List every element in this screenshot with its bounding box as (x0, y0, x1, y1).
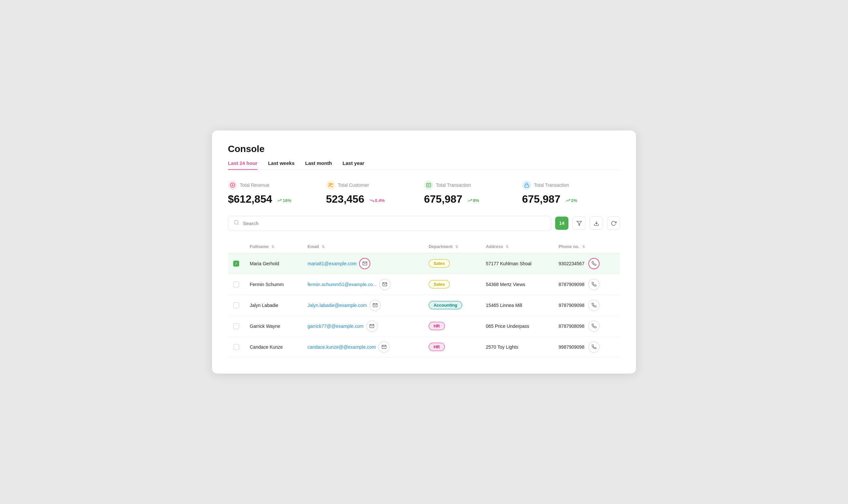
row-fullname: Maria Gerhold (245, 253, 302, 274)
dept-badge: HR (429, 322, 445, 330)
sort-fullname-icon[interactable]: ⇅ (271, 245, 274, 249)
dept-badge: Sales (429, 259, 450, 268)
table-row[interactable]: ✓Maria Gerholdmaria81@example.comSales57… (228, 253, 620, 274)
badge-count: 14 (555, 217, 568, 230)
row-email-cell: fermin.schumm51@example.co... (302, 274, 423, 295)
checkbox-cell (228, 274, 245, 295)
download-button[interactable] (590, 217, 603, 230)
phone-icon-button[interactable] (588, 341, 600, 353)
phone-icon-button[interactable] (588, 279, 600, 290)
email-icon-button[interactable] (366, 321, 378, 332)
data-table: Fullname ⇅ Email ⇅ Department ⇅ Address … (228, 240, 620, 358)
email-icon-button[interactable] (359, 258, 370, 269)
table-row[interactable]: Fermin Schummfermin.schumm51@example.co.… (228, 274, 620, 295)
refresh-button[interactable] (607, 217, 620, 230)
row-address: 2570 Toy Lights (481, 337, 553, 357)
svg-rect-5 (427, 183, 431, 187)
row-department: Sales (423, 253, 481, 274)
row-address: 065 Price Underpass (481, 316, 553, 337)
row-email-link[interactable]: fermin.schumm51@example.co... (307, 282, 377, 287)
col-address: Address ⇅ (481, 240, 553, 253)
row-fullname: Jalyn Labadie (245, 295, 302, 316)
revenue-bottom: $612,854 16% (228, 193, 318, 205)
row-phone-cell: 9787909098 (553, 295, 620, 316)
sort-email-icon[interactable]: ⇅ (322, 245, 325, 249)
row-email-link[interactable]: maria81@example.com (307, 261, 356, 266)
row-phone-number: 9787909098 (559, 303, 584, 308)
row-email-link[interactable]: candace.kunze@@example.com (307, 344, 376, 350)
row-email-link[interactable]: garrick77@@example.com (307, 324, 364, 329)
transaction2-icon (522, 180, 531, 190)
customer-change: 0.4% (370, 198, 385, 203)
row-checkbox[interactable] (233, 282, 239, 287)
row-department: HR (423, 337, 481, 357)
search-box[interactable] (228, 216, 551, 231)
row-phone-cell: 8787909098 (553, 274, 620, 295)
dept-badge: HR (429, 343, 445, 351)
dept-badge: Accounting (429, 301, 462, 309)
col-phone: Phone no. ⇅ (553, 240, 620, 253)
row-checkbox[interactable] (233, 302, 239, 308)
metric-total-revenue: Total Revenue $612,854 16% (228, 180, 326, 205)
email-icon-button[interactable] (379, 279, 391, 290)
table-row[interactable]: Candace Kunzecandace.kunze@@example.comH… (228, 337, 620, 357)
row-phone-number: 8787909098 (559, 282, 584, 287)
transaction2-change: 2% (566, 198, 577, 203)
metric-header-revenue: Total Revenue (228, 180, 318, 190)
tab-lastyear[interactable]: Last year (342, 160, 364, 170)
table-row[interactable]: Garrick Waynegarrick77@@example.comHR065… (228, 316, 620, 337)
customer-label: Total Customer (338, 182, 369, 188)
svg-point-9 (234, 220, 238, 224)
col-checkbox (228, 240, 245, 253)
row-phone-number: 8787908098 (559, 324, 584, 329)
row-address: 57177 Kuhlman Shoal (481, 253, 553, 274)
phone-icon-button[interactable] (588, 300, 600, 311)
phone-icon-button[interactable] (588, 321, 600, 332)
tab-lastweeks[interactable]: Last weeks (268, 160, 295, 170)
transaction1-change: 8% (468, 198, 479, 203)
row-department: Sales (423, 274, 481, 295)
row-address: 54368 Mertz Views (481, 274, 553, 295)
email-icon-button[interactable] (369, 300, 381, 311)
metric-header-transaction1: Total Transaction (424, 180, 514, 190)
row-checkbox[interactable]: ✓ (233, 260, 239, 267)
svg-point-4 (332, 183, 333, 184)
transaction2-bottom: 675,987 2% (522, 193, 612, 205)
metric-header-transaction2: Total Transaction (522, 180, 612, 190)
row-email-link[interactable]: Jalyn.labadie@example.com (307, 303, 367, 308)
row-phone-cell: 9987909098 (553, 337, 620, 357)
col-fullname: Fullname ⇅ (245, 240, 302, 253)
metrics-row: Total Revenue $612,854 16% Total Custome… (228, 180, 620, 205)
svg-rect-8 (525, 185, 529, 187)
row-checkbox[interactable] (233, 323, 239, 329)
transaction1-bottom: 675,987 8% (424, 193, 514, 205)
row-checkbox[interactable] (233, 344, 239, 350)
tab-last24h[interactable]: Last 24 hour (228, 160, 258, 170)
checkbox-cell: ✓ (228, 253, 245, 274)
metric-total-transaction-1: Total Transaction 675,987 8% (424, 180, 522, 205)
search-row: 14 (228, 216, 620, 231)
main-card: Console Last 24 hour Last weeks Last mon… (212, 130, 636, 374)
page-title: Console (228, 144, 620, 154)
metric-header-customer: Total Customer (326, 180, 416, 190)
row-department: HR (423, 316, 481, 337)
search-input[interactable] (243, 220, 546, 226)
checkbox-cell (228, 295, 245, 316)
phone-icon-button[interactable] (588, 258, 600, 269)
sort-dept-icon[interactable]: ⇅ (455, 245, 458, 249)
row-email-cell: garrick77@@example.com (302, 316, 423, 337)
row-department: Accounting (423, 295, 481, 316)
email-icon-button[interactable] (378, 341, 390, 353)
table-row[interactable]: Jalyn LabadieJalyn.labadie@example.comAc… (228, 295, 620, 316)
dept-badge: Sales (429, 280, 450, 288)
sort-address-icon[interactable]: ⇅ (506, 245, 509, 249)
row-phone-number: 9302234567 (559, 261, 584, 266)
row-email-cell: Jalyn.labadie@example.com (302, 295, 423, 316)
search-icon (233, 219, 240, 227)
tab-lastmonth[interactable]: Last month (305, 160, 332, 170)
sort-phone-icon[interactable]: ⇅ (582, 245, 585, 249)
filter-button[interactable] (572, 217, 586, 230)
revenue-value: $612,854 (228, 193, 272, 205)
row-phone-number: 9987909098 (559, 344, 584, 350)
row-email-cell: candace.kunze@@example.com (302, 337, 423, 357)
